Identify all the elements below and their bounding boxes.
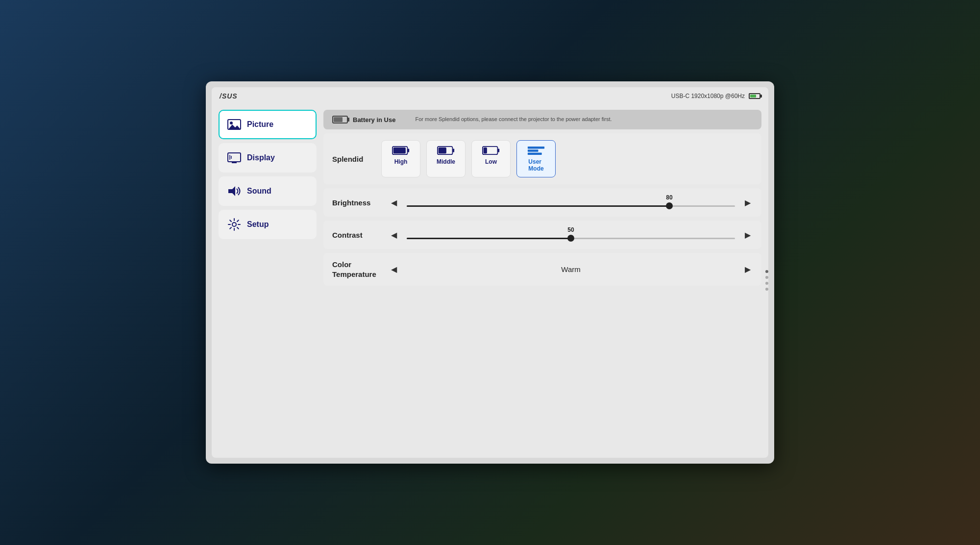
battery-fill	[750, 95, 756, 98]
picture-icon	[227, 118, 241, 131]
brightness-value: 80	[666, 194, 672, 201]
color-temp-decrease-button[interactable]: ◀	[389, 265, 399, 274]
battery-banner-description: For more Splendid options, please connec…	[415, 116, 612, 123]
sidebar-item-picture[interactable]: Picture	[219, 110, 317, 139]
battery-middle-icon	[437, 146, 455, 155]
svg-rect-17	[498, 149, 500, 152]
asus-logo: /SUS	[220, 92, 238, 100]
svg-rect-20	[528, 149, 539, 152]
scroll-dot-3	[765, 282, 768, 285]
battery-banner: Battery in Use For more Splendid options…	[323, 110, 761, 129]
scroll-dot-4	[765, 288, 768, 291]
splendid-label: Splendid	[332, 155, 371, 163]
color-temperature-value: Warm	[407, 265, 735, 273]
contrast-label: Contrast	[332, 231, 381, 239]
sidebar-item-display-label: Display	[247, 153, 275, 162]
sound-icon	[227, 184, 241, 198]
sidebar-item-setup[interactable]: Setup	[219, 210, 317, 239]
splendid-low-label: Low	[485, 158, 497, 165]
contrast-fill	[407, 238, 571, 239]
scroll-dot-1	[765, 270, 768, 273]
setup-icon	[227, 218, 241, 231]
svg-rect-12	[393, 148, 406, 154]
battery-high-icon	[392, 146, 410, 155]
splendid-high-label: High	[394, 158, 408, 165]
sidebar-item-sound[interactable]: Sound	[219, 176, 317, 206]
monitor-inner: /SUS USB-C 1920x1080p @60Hz	[212, 87, 768, 458]
battery-fill-banner	[334, 117, 343, 122]
svg-rect-15	[439, 148, 446, 154]
battery-icon-top	[749, 93, 760, 99]
svg-rect-19	[528, 147, 544, 149]
battery-banner-label: Battery in Use	[353, 116, 395, 124]
battery-banner-icon	[332, 116, 348, 124]
splendid-option-user-mode[interactable]: UserMode	[516, 140, 556, 177]
splendid-options: High Middle	[381, 140, 753, 177]
splendid-option-high[interactable]: High	[381, 140, 420, 177]
splendid-middle-label: Middle	[437, 158, 455, 165]
brightness-increase-button[interactable]: ▶	[743, 198, 753, 207]
brightness-section: Brightness ◀ 80 ▶	[323, 188, 761, 217]
contrast-value: 50	[567, 226, 574, 233]
contrast-thumb[interactable]	[567, 235, 574, 242]
scrollbar-dots	[765, 270, 768, 291]
top-bar: /SUS USB-C 1920x1080p @60Hz	[212, 87, 768, 105]
contrast-section: Contrast ◀ 50 ▶	[323, 221, 761, 249]
splendid-section: Splendid High	[323, 133, 761, 184]
battery-low-icon	[482, 146, 500, 155]
battery-banner-left: Battery in Use	[332, 116, 395, 124]
top-bar-right: USB-C 1920x1080p @60Hz	[671, 93, 760, 99]
brightness-slider-container: 80	[407, 195, 735, 210]
contrast-slider-container: 50	[407, 227, 735, 242]
brightness-track[interactable]	[407, 205, 735, 207]
main-content: Picture Display	[212, 105, 768, 458]
svg-marker-2	[228, 124, 241, 129]
sidebar: Picture Display	[219, 110, 317, 451]
svg-rect-18	[484, 148, 487, 154]
color-temperature-section: Color Temperature ◀ Warm ▶	[323, 253, 761, 286]
connection-info: USB-C 1920x1080p @60Hz	[671, 93, 745, 99]
monitor-frame: /SUS USB-C 1920x1080p @60Hz	[206, 81, 774, 464]
brightness-thumb[interactable]	[666, 202, 673, 209]
contrast-decrease-button[interactable]: ◀	[389, 230, 399, 240]
brightness-label: Brightness	[332, 198, 381, 207]
scroll-dot-2	[765, 276, 768, 279]
svg-rect-14	[453, 149, 455, 152]
splendid-option-middle[interactable]: Middle	[426, 140, 466, 177]
sidebar-item-display[interactable]: Display	[219, 143, 317, 173]
contrast-increase-button[interactable]: ▶	[743, 230, 753, 240]
color-temperature-label: Color Temperature	[332, 260, 381, 279]
brightness-decrease-button[interactable]: ◀	[389, 198, 399, 207]
svg-point-9	[232, 223, 236, 226]
svg-point-1	[230, 122, 233, 124]
right-panel: Battery in Use For more Splendid options…	[323, 110, 761, 451]
color-temp-increase-button[interactable]: ▶	[743, 265, 753, 274]
splendid-option-low[interactable]: Low	[471, 140, 511, 177]
display-icon	[227, 151, 241, 165]
sidebar-item-picture-label: Picture	[247, 120, 273, 129]
contrast-track[interactable]	[407, 238, 735, 239]
user-mode-icon	[527, 146, 545, 155]
brightness-fill	[407, 205, 669, 207]
svg-rect-11	[408, 149, 410, 152]
svg-rect-21	[528, 153, 542, 155]
sidebar-item-setup-label: Setup	[247, 220, 269, 229]
svg-marker-8	[228, 186, 235, 196]
splendid-user-mode-label: UserMode	[528, 158, 543, 172]
battery-body	[749, 93, 760, 99]
sidebar-item-sound-label: Sound	[247, 187, 271, 196]
